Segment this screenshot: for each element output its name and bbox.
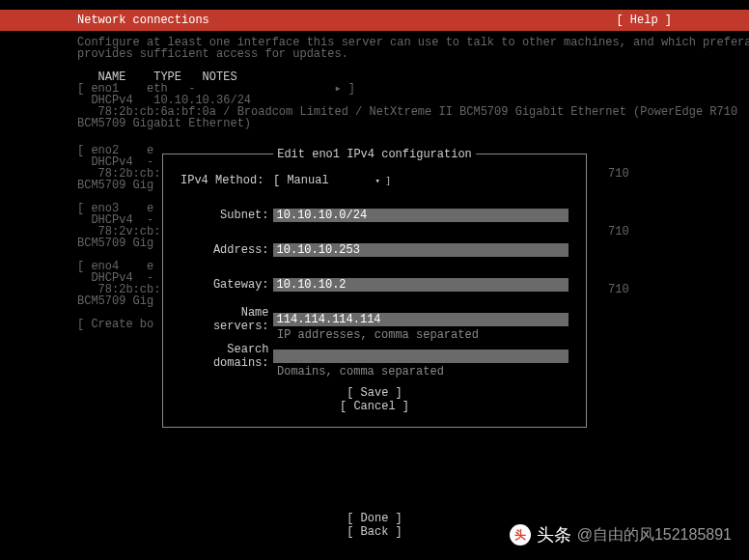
- nameservers-hint: IP addresses, comma separated: [277, 328, 569, 340]
- subnet-label: Subnet:: [180, 209, 273, 222]
- cancel-button[interactable]: [ Cancel ]: [340, 400, 409, 413]
- searchdomains-label: Search domains:: [180, 343, 273, 370]
- nameservers-label: Name servers:: [180, 306, 273, 333]
- method-value-text: [ Manual: [273, 174, 329, 187]
- nameservers-input[interactable]: [273, 313, 569, 326]
- watermark-brand: 头条: [537, 523, 571, 546]
- intro-line2: provides sufficient access for updates.: [77, 48, 712, 60]
- address-input[interactable]: [273, 243, 569, 257]
- subnet-row: Subnet:: [180, 209, 569, 222]
- searchdomains-hint: Domains, comma separated: [277, 365, 569, 377]
- page-title: Network connections: [77, 10, 209, 31]
- modal-title: Edit eno1 IPv4 configuration: [273, 148, 476, 161]
- subnet-input[interactable]: [273, 209, 569, 222]
- bg-text: 710: [608, 225, 629, 237]
- gateway-row: Gateway:: [180, 278, 569, 292]
- searchdomains-row: Search domains:: [180, 350, 569, 363]
- method-row: IPv4 Method: [ Manual ▾ ]: [180, 174, 569, 187]
- nameservers-row: Name servers:: [180, 313, 569, 326]
- save-button[interactable]: [ Save ]: [347, 386, 402, 400]
- modal-buttons: [ Save ] [ Cancel ]: [180, 386, 569, 413]
- help-button[interactable]: [ Help ]: [616, 10, 672, 31]
- address-row: Address:: [180, 243, 569, 257]
- title-bar: Network connections [ Help ]: [0, 10, 749, 31]
- watermark-user: @自由的风152185891: [577, 525, 732, 546]
- bg-text: 710: [608, 283, 629, 294]
- address-label: Address:: [180, 243, 273, 257]
- chevron-down-icon: ▾ ]: [375, 176, 391, 186]
- searchdomains-input[interactable]: [273, 350, 569, 363]
- ipv4-config-modal: Edit eno1 IPv4 configuration IPv4 Method…: [162, 154, 587, 428]
- method-label: IPv4 Method:: [180, 174, 273, 187]
- done-button[interactable]: [ Done ]: [347, 512, 402, 525]
- bg-text: 710: [608, 167, 629, 179]
- gateway-label: Gateway:: [180, 278, 273, 292]
- back-button[interactable]: [ Back ]: [347, 525, 402, 539]
- method-select[interactable]: [ Manual ▾ ]: [273, 174, 391, 187]
- gateway-input[interactable]: [273, 278, 569, 292]
- watermark: 头 头条 @自由的风152185891: [510, 523, 732, 546]
- main-content: Configure at least one interface this se…: [0, 31, 749, 129]
- iface1-mac2: BCM5709 Gigabit Ethernet): [77, 118, 712, 129]
- watermark-logo-icon: 头: [510, 524, 531, 546]
